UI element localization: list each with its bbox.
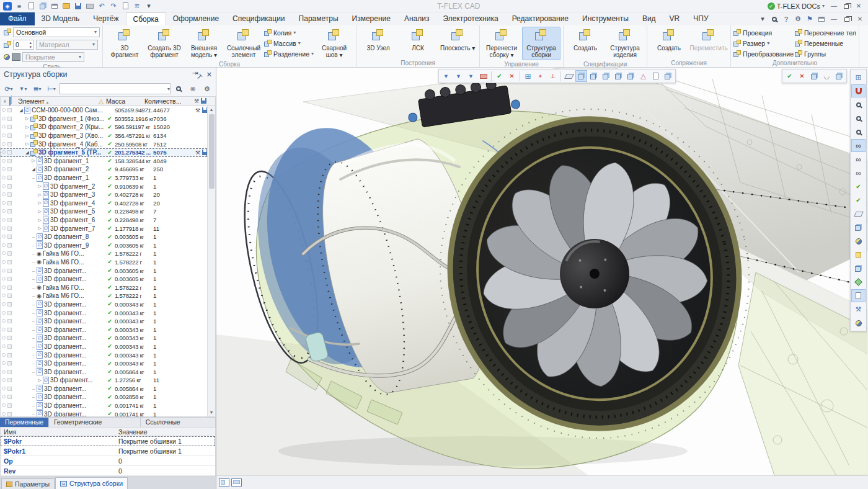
variable-row[interactable]: Rev0 (1, 466, 215, 476)
3d-node-button[interactable]: ⌖ (534, 70, 546, 82)
print-button[interactable] (85, 1, 95, 11)
ribbon-button-create-3d-fragment[interactable]: Создать 3D фрагмент (145, 27, 184, 60)
level-spinner[interactable]: 0▴▾ (13, 40, 34, 50)
name-column-header[interactable]: Имя (1, 428, 118, 436)
tree-row[interactable]: ▷∅3D фрагмент_5✔0.228498 кг7 (1, 207, 207, 216)
tree-row[interactable]: –∅3D фрагмент...✔0.000343 кг1 (1, 325, 207, 334)
expand-toggle-icon[interactable]: ▷ (37, 200, 43, 205)
style-combo[interactable]: Основной▾ (13, 27, 100, 37)
tree-row[interactable]: –∅3D фрагмент...✔0.000343 кг1 (1, 317, 207, 326)
tab-параметры[interactable]: Параметры (292, 12, 345, 25)
search-button[interactable] (172, 83, 185, 94)
sections-view-button[interactable] (851, 262, 866, 275)
ribbon-button-divide[interactable]: Разделение▾ (264, 49, 314, 58)
workplane-grid-button[interactable]: ⊞ (522, 70, 534, 82)
visibility-state-icon[interactable] (2, 251, 6, 255)
expand-toggle-icon[interactable]: ▷ (30, 158, 37, 163)
tree-row[interactable]: –∅3D фрагмент...✔0.003605 кг1 (1, 266, 207, 275)
tree-row[interactable]: ◢∅ССМ-000-000-000 Самол...505169.94871..… (1, 106, 207, 115)
tab-инструменты[interactable]: Инструменты (575, 12, 636, 25)
element-type-column-icon[interactable] (9, 97, 18, 105)
clip-plane-button[interactable] (851, 207, 866, 220)
tree-row[interactable]: –∅3D фрагмент...✔0.000343 кг1 (1, 359, 207, 368)
visibility-state-icon[interactable] (2, 209, 6, 213)
tree-row[interactable]: –∅3D фрагмент...✔0.000343 кг1 (1, 308, 207, 317)
collapse-ribbon-button[interactable]: ▾ (758, 14, 768, 24)
fragment-structure-mode-button[interactable] (833, 70, 845, 82)
macros-button[interactable]: ≋ (132, 1, 142, 11)
smooth-surface-button[interactable]: ◡ (821, 70, 833, 82)
page-portrait-icon[interactable] (219, 478, 229, 487)
shaded-edges-button[interactable] (625, 70, 637, 82)
settings-button[interactable]: ⚙ (201, 83, 213, 94)
panel-close-icon[interactable]: ✕ (206, 71, 212, 79)
filter-button[interactable]: ▼▾ (17, 83, 29, 94)
tab-редактирование[interactable]: Редактирование (505, 12, 575, 25)
tree-row[interactable]: ▷3D фрагмент_2 (Кры...✔596.591197 кг1502… (1, 123, 207, 132)
visibility-state-icon[interactable] (2, 150, 6, 154)
tree-row[interactable]: –∅3D фрагмент...✔0.000343 кг1 (1, 334, 207, 343)
visibility-state-icon[interactable] (2, 142, 6, 146)
tree-row[interactable]: ◢∅3D фрагмент_2✔9.466695 кг250 (1, 165, 207, 174)
page-landscape-icon[interactable] (231, 478, 242, 487)
search-input[interactable] (60, 85, 167, 92)
minimize-doc-button[interactable]: — (828, 14, 839, 24)
tab-спецификации[interactable]: Спецификации (226, 12, 291, 25)
customize-wrench-button[interactable]: ⚒ (851, 303, 866, 316)
help-button[interactable]: ? (781, 14, 791, 24)
expand-toggle-icon[interactable]: ◢ (30, 167, 37, 172)
tree-row[interactable]: –∅3D фрагмент_8✔0.003605 кг1 (1, 233, 207, 241)
ribbon-button-assembly-structure[interactable]: Структура сборки (522, 27, 560, 60)
minimize-button[interactable]: — (828, 1, 839, 11)
ribbon-button-copy[interactable]: Копия▾ (264, 28, 314, 37)
qty-column-header[interactable]: Количеств... (144, 97, 175, 105)
ribbon-button-lcs[interactable]: ЛСК (399, 27, 437, 58)
expand-toggle-icon[interactable]: ◢ (24, 150, 30, 155)
visibility-state-icon[interactable] (2, 167, 6, 171)
tree-row[interactable]: –∅3D фрагмент...✔0.002858 кг1 (1, 393, 207, 402)
open-document-button[interactable] (61, 1, 71, 11)
3d-viewport[interactable]: ▼▼▼✔✕⊞⌖⊥△ ✔✕◡ ⊞∞∞∞✔✔⚒ (216, 68, 868, 489)
material-view-button[interactable] (851, 248, 866, 261)
select-apply-button[interactable]: ✔ (494, 70, 505, 82)
visibility-state-icon[interactable] (2, 218, 6, 222)
restore-doc-button[interactable] (841, 14, 852, 24)
new-3d-document-button[interactable] (38, 1, 48, 11)
undo-button[interactable]: ↶ (97, 1, 107, 11)
zoom-sketch-button[interactable] (851, 125, 866, 138)
ribbon-button-groups[interactable]: Группы (795, 49, 856, 58)
tree-row[interactable]: –∅3D фрагмент...✔0.005864 кг1 (1, 367, 207, 376)
wireframe-button[interactable] (575, 70, 587, 82)
visibility-state-icon[interactable] (2, 243, 6, 247)
zoom-all-button[interactable] (851, 112, 866, 125)
ribbon-button-body-intersection[interactable]: Пересечение тел (795, 28, 856, 37)
redo-button[interactable]: ↷ (108, 1, 118, 11)
tree-row[interactable]: –∅3D фрагмент...✔0.001741 кг1 (1, 410, 207, 417)
visibility-state-icon[interactable] (2, 192, 6, 196)
lcs-button[interactable]: ⊥ (547, 70, 559, 82)
tab-сборка[interactable]: Сборка (126, 12, 166, 25)
tree-row[interactable]: ▷∅3D фрагмент_7✔1.177918 кг11 (1, 224, 207, 233)
flag-button[interactable]: ⚑ (805, 14, 815, 24)
tab-vr[interactable]: VR (663, 12, 687, 25)
coating-combo[interactable]: Покрытие▾ (22, 52, 84, 62)
selector-filter-button[interactable]: ▼ (440, 70, 452, 82)
tab-измерение[interactable]: Измерение (345, 12, 397, 25)
edit-tool-icon[interactable]: ⚒ (195, 107, 200, 114)
expand-toggle-icon[interactable]: ▷ (24, 141, 30, 146)
scroll-up-icon[interactable]: ▲ (210, 106, 214, 114)
tab-геометрические-параметры[interactable]: Геометрические параметры (49, 418, 141, 427)
tree-row[interactable]: –◉Гайка М6 ГО...✔1.578222 г1 (1, 258, 207, 267)
tree-row[interactable]: –◉Гайка М6 ГО...✔1.578222 г1 (1, 249, 207, 258)
tree-row[interactable]: ▷∅3D фрагмент_4✔0.402728 кг20 (1, 199, 207, 208)
tree-row[interactable]: ▷∅3D фрагмент_6✔0.228498 кг7 (1, 216, 207, 225)
tree-row[interactable]: –∅3D фрагмент...✔0.001741 кг1 (1, 402, 207, 410)
restore-button[interactable] (841, 1, 852, 11)
ribbon-button-dimension[interactable]: Размер▾ (733, 38, 794, 48)
new-document-button[interactable] (26, 1, 36, 11)
tree-row[interactable]: –∅3D фрагмент...✔0.003605 кг1 (1, 275, 207, 284)
tree-row[interactable]: –∅3D фрагмент...✔0.005864 кг1 (1, 385, 207, 393)
ribbon-button-fragment-3d[interactable]: 3D Фрагмент (105, 27, 144, 60)
expand-toggle-icon[interactable]: ▷ (37, 378, 43, 383)
visibility-state-icon[interactable] (2, 353, 6, 357)
